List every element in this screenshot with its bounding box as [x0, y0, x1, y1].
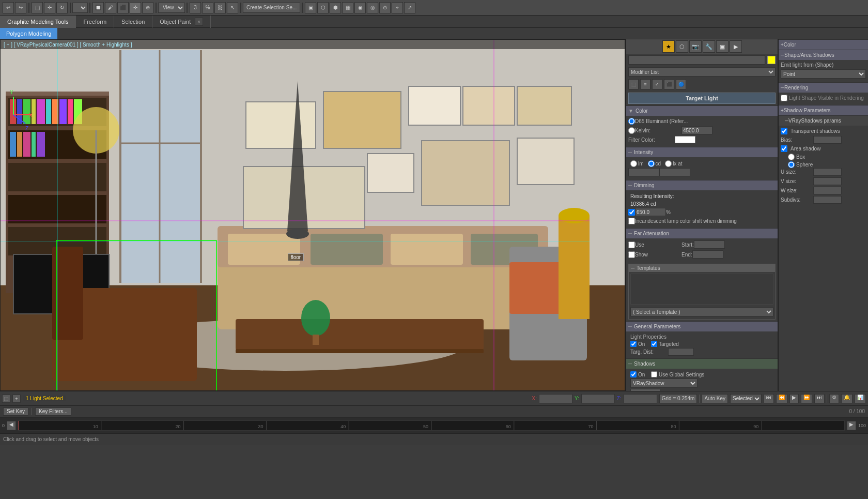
- tool8[interactable]: ⌖: [392, 2, 403, 13]
- timeline-track[interactable]: 10 20 30 40 50 60 70 80 90: [18, 420, 845, 431]
- box-radio[interactable]: [788, 154, 795, 160]
- far-attenuation-header[interactable]: ─ Far Attenuation: [626, 228, 778, 238]
- z-coord-input[interactable]: 1.923m: [624, 394, 657, 403]
- tool1[interactable]: ▣: [305, 2, 316, 13]
- object-name-input[interactable]: TPhotometricLight001: [628, 55, 765, 65]
- w-size-input[interactable]: 0.254m: [813, 187, 842, 194]
- general-params-header[interactable]: ─ General Parameters: [626, 321, 778, 331]
- u-size-input[interactable]: 0.254m: [813, 168, 842, 176]
- grid-label[interactable]: Grid = 0.254m: [659, 394, 698, 403]
- rp-icon-util[interactable]: 🔧: [703, 40, 715, 53]
- tab2-polygon-modeling[interactable]: Polygon Modeling: [0, 28, 57, 39]
- intensity-distance-input[interactable]: 1.0m: [659, 168, 690, 176]
- shadow-type-select[interactable]: VRayShadow: [630, 379, 698, 388]
- play-btn[interactable]: ▶: [789, 394, 799, 403]
- rp-icon2-a[interactable]: ⬚: [628, 79, 639, 89]
- cursor-btn[interactable]: ↖: [227, 2, 238, 13]
- area-shadow-check[interactable]: [781, 145, 787, 152]
- move-mode-icon[interactable]: +: [12, 395, 21, 403]
- tab-object-paint[interactable]: Object Paint ×: [152, 16, 211, 28]
- shadows-on-check[interactable]: [630, 371, 637, 377]
- rp-icon-star[interactable]: ★: [662, 40, 675, 53]
- rp-icon2-b[interactable]: ≡: [640, 79, 650, 89]
- pct-btn[interactable]: %: [202, 2, 213, 13]
- intensity-lx-radio[interactable]: [665, 160, 672, 167]
- sphere-radio[interactable]: [788, 161, 795, 168]
- filter-color-swatch[interactable]: [675, 136, 695, 143]
- chain-btn[interactable]: ⛓: [214, 2, 226, 13]
- create-selection-button[interactable]: Create Selection Se...: [243, 3, 300, 13]
- templates-list[interactable]: [630, 274, 773, 305]
- far-show-check[interactable]: [628, 251, 635, 258]
- erp-vray-shadows-header[interactable]: ─ VRayShadows params: [779, 115, 868, 126]
- extra-btn1[interactable]: ⚙: [829, 394, 839, 403]
- dim-percent-input[interactable]: [635, 208, 666, 216]
- mode-dropdown[interactable]: All: [72, 3, 88, 13]
- paint-btn[interactable]: 🖌: [105, 2, 116, 13]
- rp-icon-shape[interactable]: ⬡: [676, 40, 688, 53]
- key-filters-button[interactable]: Key Filters...: [35, 407, 71, 416]
- erp-color-header[interactable]: + Color: [779, 39, 868, 50]
- next-key-btn[interactable]: ⏩: [801, 394, 812, 403]
- rp-icon2-c[interactable]: ✓: [652, 79, 662, 89]
- tool9[interactable]: ↗: [404, 2, 415, 13]
- far-end-input[interactable]: 5.08m: [692, 250, 723, 259]
- far-start-input[interactable]: 2.032m: [694, 240, 725, 249]
- tool3[interactable]: ⬢: [330, 2, 341, 13]
- far-use-check[interactable]: [628, 241, 635, 248]
- rp-icon-disp[interactable]: ▣: [716, 40, 729, 53]
- redo-btn[interactable]: ↪: [15, 2, 26, 13]
- crosshair-btn[interactable]: ✛: [130, 2, 141, 13]
- tab-graphite[interactable]: Graphite Modeling Tools: [0, 16, 76, 28]
- tool7[interactable]: ⊙: [379, 2, 391, 13]
- snap-btn[interactable]: ⊕: [142, 2, 153, 13]
- intensity-cd-radio[interactable]: [648, 160, 655, 167]
- tool5[interactable]: ◉: [354, 2, 366, 13]
- erp-shadow-params-header[interactable]: + Shadow Parameters: [779, 105, 868, 115]
- subdivs-input[interactable]: 30: [813, 196, 842, 204]
- modifier-list-select[interactable]: Modifier List: [628, 67, 776, 77]
- color-section-header[interactable]: ▼ Color: [626, 105, 778, 116]
- viewport[interactable]: [ + ] [ VRayPhysicalCamera001 ] [ Smooth…: [0, 39, 625, 391]
- targeted-check[interactable]: [651, 341, 657, 347]
- color-shift-check[interactable]: [628, 218, 635, 224]
- move-btn[interactable]: ✛: [44, 2, 55, 13]
- extra-btn3[interactable]: 📊: [855, 394, 866, 403]
- shadows-global-check[interactable]: [651, 371, 657, 377]
- color-type-kelvin-radio[interactable]: [628, 127, 635, 134]
- erp-shape-header[interactable]: ─ Shape/Area Shadows: [779, 50, 868, 60]
- selected-dropdown[interactable]: Selected: [730, 394, 762, 403]
- on-check[interactable]: [630, 341, 637, 347]
- rp-icon-motion[interactable]: ▶: [730, 40, 742, 53]
- bias-input[interactable]: 0.2: [813, 136, 842, 144]
- rp-icon2-e[interactable]: 🔵: [676, 79, 686, 89]
- view-dropdown[interactable]: View: [158, 3, 185, 13]
- tool6[interactable]: ◎: [367, 2, 378, 13]
- targ-dist-input[interactable]: 0.46 lm: [668, 348, 694, 356]
- color-swatch[interactable]: [767, 56, 776, 64]
- tab-close-icon[interactable]: ×: [195, 18, 203, 26]
- rp-icon2-d[interactable]: ⬛: [664, 79, 674, 89]
- auto-key-button[interactable]: Auto Key: [702, 394, 728, 403]
- color-type-d65-radio[interactable]: [628, 118, 635, 125]
- light-shape-visible-check[interactable]: [781, 95, 787, 101]
- rotate-btn[interactable]: ↻: [56, 2, 68, 13]
- v-size-input[interactable]: 0.254m: [813, 177, 842, 185]
- tool4[interactable]: ▦: [342, 2, 353, 13]
- prev-frame-btn[interactable]: ⏮: [764, 394, 774, 403]
- kelvin-input[interactable]: [681, 126, 712, 134]
- region-btn[interactable]: ⬛: [117, 2, 129, 13]
- tl-next-btn[interactable]: ▶: [847, 421, 856, 430]
- lasso-btn[interactable]: 🔲: [92, 2, 104, 13]
- extra-btn2[interactable]: 🔔: [841, 394, 853, 403]
- transparent-shadows-check[interactable]: [781, 128, 787, 134]
- undo-btn[interactable]: ↩: [3, 2, 14, 13]
- tab-freeform[interactable]: Freeform: [76, 16, 114, 28]
- intensity-lm-radio[interactable]: [630, 160, 637, 167]
- template-select-dropdown[interactable]: ( Select a Template ): [630, 307, 773, 316]
- select-mode-icon[interactable]: ⬚: [2, 395, 10, 403]
- erp-rendering-header[interactable]: ─ Rendering: [779, 82, 868, 93]
- emit-light-select[interactable]: Point: [781, 69, 866, 79]
- prev-key-btn[interactable]: ⏪: [776, 394, 787, 403]
- select-btn[interactable]: ⬚: [32, 2, 43, 13]
